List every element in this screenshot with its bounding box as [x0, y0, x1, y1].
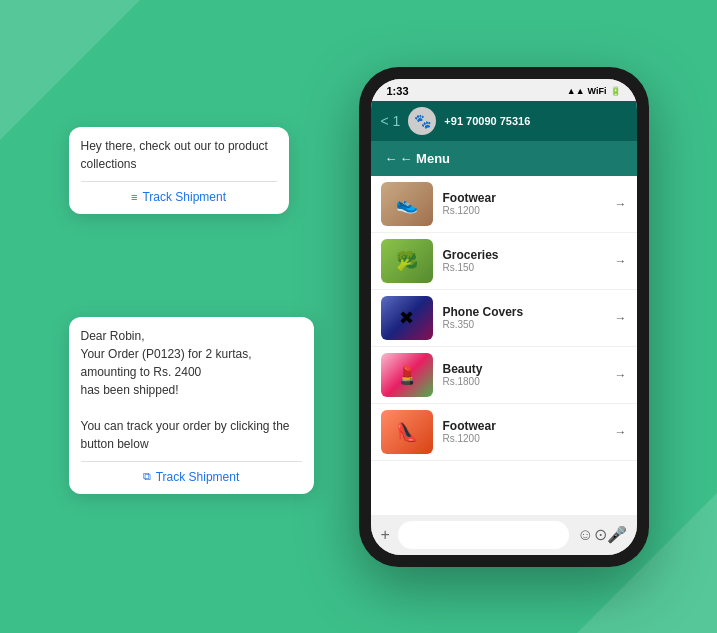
camera-icon[interactable]: ⊙ — [594, 525, 607, 544]
phone-covers-info: Phone Covers Rs.350 — [443, 305, 605, 330]
chat-bottom-message: Dear Robin, Your Order (P0123) for 2 kur… — [81, 327, 302, 453]
footwear-arrow-icon: → — [615, 197, 627, 211]
menu-item-beauty[interactable]: 💄 Beauty Rs.1800 → — [371, 347, 637, 404]
phone-screen: 1:33 ▲▲ WiFi 🔋 < 1 🐾 +91 70090 75316 — [371, 79, 637, 555]
chat-bubble-top: Hey there, check out our to product coll… — [69, 127, 289, 214]
chat-top-message: Hey there, check out our to product coll… — [81, 137, 277, 173]
chat-bubble-bottom: Dear Robin, Your Order (P0123) for 2 kur… — [69, 317, 314, 494]
phone-bottom-bar: + ☺ ⊙ 🎤 — [371, 515, 637, 555]
emoji-icon[interactable]: ☺ — [577, 526, 593, 544]
status-icons: ▲▲ WiFi 🔋 — [567, 86, 621, 96]
contact-name: +91 70090 75316 — [444, 115, 530, 127]
track-shipment-bottom-button[interactable]: ⧉ Track Shipment — [81, 461, 302, 484]
phone-covers-arrow-icon: → — [615, 311, 627, 325]
menu-item-footwear[interactable]: 👟 Footwear Rs.1200 → — [371, 176, 637, 233]
beauty-price: Rs.1800 — [443, 376, 605, 387]
footwear-info: Footwear Rs.1200 — [443, 191, 605, 216]
groceries-info: Groceries Rs.150 — [443, 248, 605, 273]
footwear2-image: 👠 — [381, 410, 433, 454]
menu-header: ← ← Menu — [371, 141, 637, 176]
status-time: 1:33 — [387, 85, 409, 97]
track-icon-top: ≡ — [131, 191, 137, 203]
beauty-info: Beauty Rs.1800 — [443, 362, 605, 387]
menu-item-phone-covers[interactable]: ✖ Phone Covers Rs.350 → — [371, 290, 637, 347]
footwear2-img-placeholder: 👠 — [381, 410, 433, 454]
status-bar: 1:33 ▲▲ WiFi 🔋 — [371, 79, 637, 101]
footwear-image: 👟 — [381, 182, 433, 226]
footwear-img-placeholder: 👟 — [381, 182, 433, 226]
groceries-name: Groceries — [443, 248, 605, 262]
track-top-label: Track Shipment — [142, 190, 226, 204]
beauty-name: Beauty — [443, 362, 605, 376]
groceries-price: Rs.150 — [443, 262, 605, 273]
avatar-icon: 🐾 — [414, 113, 431, 129]
footwear-price: Rs.1200 — [443, 205, 605, 216]
phone-covers-image: ✖ — [381, 296, 433, 340]
message-input[interactable] — [398, 521, 569, 549]
menu-title: ← Menu — [400, 151, 451, 166]
phone-covers-price: Rs.350 — [443, 319, 605, 330]
phone-device: 1:33 ▲▲ WiFi 🔋 < 1 🐾 +91 70090 75316 — [359, 67, 649, 567]
mic-icon[interactable]: 🎤 — [607, 525, 627, 544]
chat-area: ← ← Menu 👟 Footwear Rs.1200 → — [371, 141, 637, 515]
back-button[interactable]: < 1 — [381, 113, 401, 129]
menu-panel: ← ← Menu 👟 Footwear Rs.1200 → — [371, 141, 637, 515]
track-bottom-label: Track Shipment — [156, 470, 240, 484]
menu-item-footwear2[interactable]: 👠 Footwear Rs.1200 → — [371, 404, 637, 461]
beauty-arrow-icon: → — [615, 368, 627, 382]
beauty-img-placeholder: 💄 — [381, 353, 433, 397]
footwear2-name: Footwear — [443, 419, 605, 433]
phone-covers-name: Phone Covers — [443, 305, 605, 319]
beauty-image: 💄 — [381, 353, 433, 397]
menu-item-groceries[interactable]: 🥦 Groceries Rs.150 → — [371, 233, 637, 290]
scene-container: Hey there, check out our to product coll… — [69, 47, 649, 587]
groceries-arrow-icon: → — [615, 254, 627, 268]
signal-icon: ▲▲ — [567, 86, 585, 96]
avatar: 🐾 — [408, 107, 436, 135]
menu-list: 👟 Footwear Rs.1200 → 🥦 — [371, 176, 637, 461]
track-shipment-top-button[interactable]: ≡ Track Shipment — [81, 181, 277, 204]
wifi-icon: WiFi — [588, 86, 607, 96]
footwear-name: Footwear — [443, 191, 605, 205]
track-icon-bottom: ⧉ — [143, 470, 151, 483]
footwear2-arrow-icon: → — [615, 425, 627, 439]
groceries-image: 🥦 — [381, 239, 433, 283]
groceries-img-placeholder: 🥦 — [381, 239, 433, 283]
phone-header: < 1 🐾 +91 70090 75316 — [371, 101, 637, 141]
phone-covers-img-placeholder: ✖ — [381, 296, 433, 340]
menu-back-icon: ← — [385, 151, 398, 166]
plus-icon[interactable]: + — [381, 526, 390, 544]
footwear2-info: Footwear Rs.1200 — [443, 419, 605, 444]
battery-icon: 🔋 — [610, 86, 621, 96]
footwear2-price: Rs.1200 — [443, 433, 605, 444]
